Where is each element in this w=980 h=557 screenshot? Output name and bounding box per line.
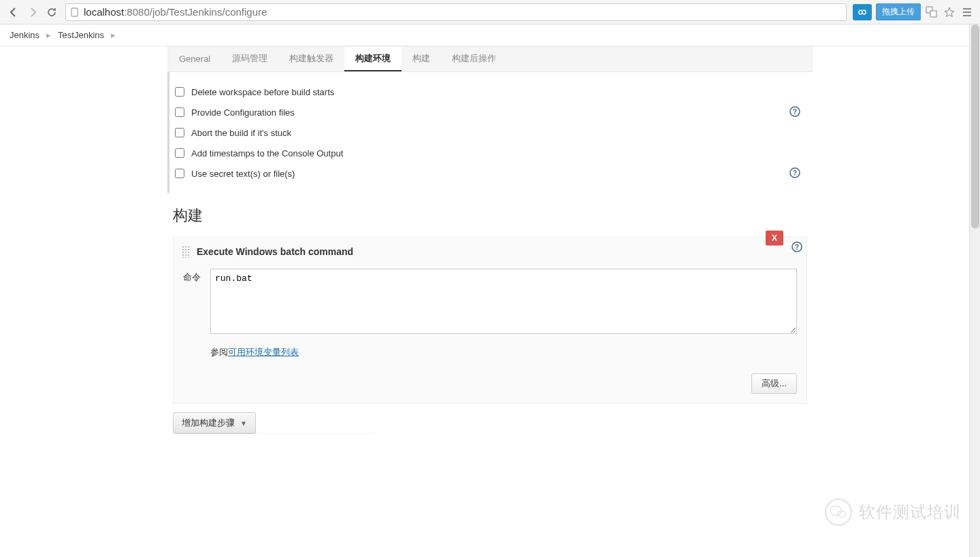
build-step-card: X ? Execute Windows batch command 命令 参阅 … [173, 237, 807, 404]
forward-button[interactable] [23, 3, 42, 22]
checkbox-label: Use secret text(s) or file(s) [191, 169, 295, 179]
config-panel: General 源码管理 构建触发器 构建环境 构建 构建后操作 Delete … [167, 46, 813, 434]
checkbox-row: Use secret text(s) or file(s) ? [175, 163, 807, 184]
provide-config-checkbox[interactable] [175, 107, 184, 117]
breadcrumb-jenkins[interactable]: Jenkins [10, 30, 39, 40]
tab-build[interactable]: 构建 [402, 47, 441, 71]
upload-button[interactable]: 拖拽上传 [876, 3, 921, 20]
build-step-footer: 参阅 可用环境变量列表 [174, 342, 806, 369]
build-step-body: 命令 [174, 266, 806, 342]
caret-down-icon: ▼ [240, 420, 247, 427]
back-button[interactable] [4, 3, 23, 22]
checkbox-label: Provide Configuration files [191, 107, 295, 118]
tab-scm[interactable]: 源码管理 [221, 47, 278, 71]
bookmark-icon[interactable] [943, 6, 956, 18]
drag-handle-icon[interactable] [182, 246, 190, 258]
advanced-row: 高级... [174, 369, 806, 403]
breadcrumb: Jenkins ▸ TestJenkins ▸ [0, 24, 980, 46]
command-label: 命令 [183, 269, 210, 334]
checkbox-row: Add timestamps to the Console Output [175, 143, 807, 163]
translate-icon[interactable] [926, 6, 938, 18]
svg-text:?: ? [793, 169, 797, 177]
checkbox-row: Provide Configuration files ? [175, 102, 807, 122]
arrow-right-icon [27, 7, 38, 18]
abort-stuck-checkbox[interactable] [175, 128, 184, 137]
menu-icon[interactable] [961, 6, 973, 18]
command-textarea[interactable] [210, 269, 797, 334]
checkbox-label: Add timestamps to the Console Output [191, 148, 343, 158]
secret-text-checkbox[interactable] [175, 169, 184, 178]
config-tabs: General 源码管理 构建触发器 构建环境 构建 构建后操作 [167, 46, 813, 72]
reload-icon [46, 7, 57, 18]
help-icon[interactable]: ? [789, 167, 800, 178]
url-text: localhost:8080/job/TestJenkins/configure [84, 6, 267, 18]
svg-rect-0 [71, 8, 78, 16]
build-env-section: Delete workspace before build starts Pro… [167, 72, 813, 193]
url-path: :8080/job/TestJenkins/configure [124, 6, 267, 18]
advanced-button[interactable]: 高级... [751, 373, 797, 394]
vertical-scrollbar[interactable] [969, 24, 980, 434]
env-vars-link[interactable]: 可用环境变量列表 [228, 346, 299, 358]
browser-toolbar: localhost:8080/job/TestJenkins/configure… [0, 0, 980, 24]
url-host: localhost [84, 6, 124, 18]
svg-rect-2 [930, 11, 936, 17]
arrow-left-icon [8, 7, 19, 18]
extension-icon[interactable] [853, 4, 872, 20]
timestamps-checkbox[interactable] [175, 148, 184, 158]
checkbox-row: Delete workspace before build starts [175, 82, 807, 102]
build-step-header: Execute Windows batch command [174, 237, 806, 266]
build-section-title: 构建 [173, 205, 807, 226]
scroll-thumb[interactable] [971, 24, 979, 229]
tab-general[interactable]: General [168, 47, 221, 71]
reference-prefix: 参阅 [210, 346, 228, 358]
checkbox-label: Delete workspace before build starts [191, 87, 334, 97]
tab-build-env[interactable]: 构建环境 [344, 47, 402, 71]
file-icon [70, 7, 80, 17]
checkbox-row: Abort the build if it's stuck [175, 122, 807, 143]
tab-post-build[interactable]: 构建后操作 [441, 47, 507, 71]
add-build-step-wrap: 增加构建步骤 ▼ Execute Windows batch command E… [173, 412, 807, 434]
breadcrumb-separator: ▸ [111, 30, 116, 40]
url-bar[interactable]: localhost:8080/job/TestJenkins/configure [65, 3, 847, 21]
reload-button[interactable] [42, 3, 61, 22]
page-content: General 源码管理 构建触发器 构建环境 构建 构建后操作 Delete … [0, 46, 980, 434]
add-build-step-label: 增加构建步骤 [182, 417, 235, 429]
breadcrumb-testjenkins[interactable]: TestJenkins [58, 30, 104, 40]
tab-triggers[interactable]: 构建触发器 [278, 47, 344, 71]
breadcrumb-separator: ▸ [46, 30, 51, 40]
build-step-title: Execute Windows batch command [197, 246, 353, 257]
help-icon[interactable]: ? [789, 106, 800, 117]
checkbox-label: Abort the build if it's stuck [191, 128, 291, 138]
delete-workspace-checkbox[interactable] [175, 87, 184, 97]
add-build-step-button[interactable]: 增加构建步骤 ▼ [173, 412, 256, 434]
infinity-icon [856, 8, 868, 16]
svg-text:?: ? [793, 108, 797, 116]
